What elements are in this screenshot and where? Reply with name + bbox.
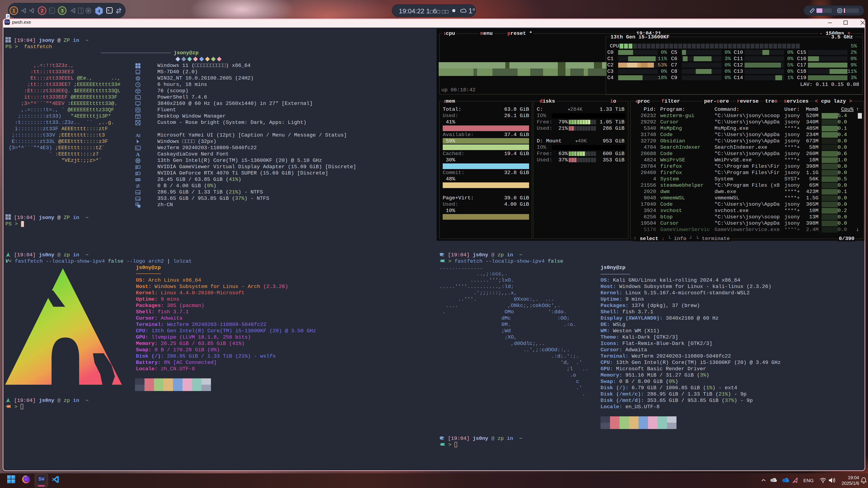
svg-text:4: 4: [98, 9, 100, 13]
svg-text:A: A: [136, 152, 140, 157]
svg-text:A: A: [136, 133, 139, 138]
